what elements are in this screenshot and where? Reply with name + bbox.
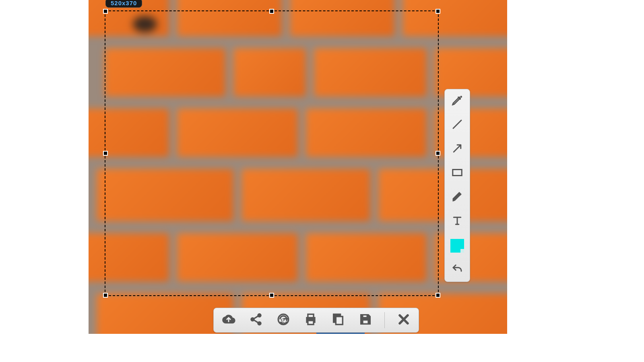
color-picker[interactable] xyxy=(450,238,465,253)
copy-button[interactable] xyxy=(330,312,347,329)
line-tool[interactable] xyxy=(450,117,465,133)
undo-button[interactable] xyxy=(450,262,465,278)
undo-icon xyxy=(451,263,463,277)
save-icon xyxy=(359,313,372,328)
svg-rect-10 xyxy=(308,314,314,318)
cloud-upload-icon xyxy=(222,313,235,328)
svg-line-7 xyxy=(254,320,258,323)
resize-handle-br[interactable] xyxy=(436,293,440,298)
resize-handle-mr[interactable] xyxy=(436,151,440,156)
selection-rectangle[interactable] xyxy=(105,10,439,296)
pencil-icon xyxy=(451,94,463,108)
google-icon: g xyxy=(277,313,290,328)
svg-line-6 xyxy=(254,316,258,319)
marker-icon xyxy=(451,191,463,204)
close-icon xyxy=(397,313,411,328)
google-search-button[interactable]: g xyxy=(275,312,292,329)
svg-text:g: g xyxy=(281,315,285,325)
resize-handle-tr[interactable] xyxy=(436,9,440,14)
resize-handle-ml[interactable] xyxy=(103,151,108,156)
taskbar-hint xyxy=(316,333,365,334)
action-toolbar: g xyxy=(213,308,419,333)
close-button[interactable] xyxy=(395,312,412,329)
resize-handle-bl[interactable] xyxy=(103,293,108,298)
arrow-tool[interactable] xyxy=(450,142,465,157)
svg-rect-11 xyxy=(308,321,314,325)
resize-handle-tl[interactable] xyxy=(103,9,108,14)
line-icon xyxy=(451,118,463,132)
resize-handle-tm[interactable] xyxy=(269,9,274,14)
svg-rect-14 xyxy=(363,315,367,318)
print-button[interactable] xyxy=(302,312,319,329)
svg-line-1 xyxy=(454,145,461,152)
rectangle-tool[interactable] xyxy=(450,166,465,181)
svg-rect-13 xyxy=(336,317,343,325)
upload-button[interactable] xyxy=(220,312,237,329)
arrow-icon xyxy=(451,142,463,156)
text-icon xyxy=(451,215,463,228)
resize-handle-bm[interactable] xyxy=(269,293,274,298)
selection-size-badge: 520x370 xyxy=(105,0,142,8)
svg-rect-2 xyxy=(453,170,462,176)
toolbar-divider xyxy=(384,312,385,328)
print-icon xyxy=(304,313,318,328)
svg-rect-15 xyxy=(363,320,368,324)
share-icon xyxy=(249,313,263,328)
rectangle-icon xyxy=(451,167,463,180)
pencil-tool[interactable] xyxy=(450,93,465,109)
color-swatch xyxy=(450,239,464,253)
share-button[interactable] xyxy=(248,312,264,329)
save-button[interactable] xyxy=(357,312,374,329)
annotation-toolbar xyxy=(444,89,470,282)
marker-tool[interactable] xyxy=(450,190,465,205)
text-tool[interactable] xyxy=(450,214,465,229)
copy-icon xyxy=(331,313,345,328)
svg-line-0 xyxy=(453,120,461,128)
